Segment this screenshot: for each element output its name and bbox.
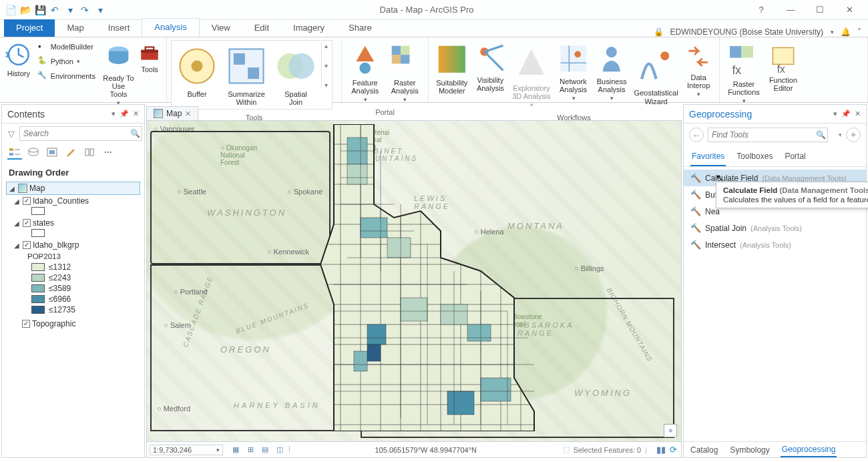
coordinates-display[interactable]: 105.0651579°W 48.9947704°N (294, 446, 558, 454)
bottom-tab-symbology[interactable]: Symbology (728, 443, 771, 457)
function-editor-button[interactable]: fx Function Editor (765, 40, 801, 93)
feature-analysis-button[interactable]: Feature Analysis▾ (346, 40, 385, 104)
spatial-join-button[interactable]: Spatial Join (272, 42, 320, 107)
help-icon[interactable]: ? (752, 5, 771, 15)
summarize-within-button[interactable]: Summarize Within (222, 42, 270, 107)
open-project-icon[interactable]: 📂 (20, 5, 31, 15)
ready-to-use-button[interactable]: Ready To Use Tools ▾ (101, 40, 136, 107)
exploratory-3d-button[interactable]: Exploratory 3D Analysis▾ (509, 40, 554, 109)
legend-item[interactable]: ≤6966 (6, 294, 140, 304)
redo-icon[interactable]: ↷ (79, 5, 90, 15)
list-by-drawing-order-icon[interactable] (7, 146, 22, 160)
list-by-source-icon[interactable] (26, 146, 41, 160)
user-drop-icon[interactable]: ▾ (831, 29, 834, 35)
close-icon[interactable]: ✕ (840, 5, 859, 15)
toc-map-frame[interactable]: ◢ Map (6, 182, 140, 195)
pause-icon[interactable]: ▮▮ (656, 445, 666, 455)
close-pane-icon[interactable]: ✕ (133, 109, 139, 118)
collapse-icon[interactable]: ◢ (14, 198, 21, 205)
snap-icon[interactable]: ⊞ (244, 445, 256, 455)
visibility-analysis-button[interactable]: Visibility Analysis (473, 40, 509, 93)
more-views-icon[interactable]: ⋯ (101, 146, 116, 160)
tab-share[interactable]: Share (337, 19, 384, 37)
list-by-editing-icon[interactable] (63, 146, 78, 160)
tools-button[interactable]: Tools (137, 40, 162, 75)
bottom-tab-catalog[interactable]: Catalog (689, 443, 719, 457)
constraints-icon[interactable]: ◫ (274, 445, 286, 455)
collapse-icon[interactable]: ◢ (14, 220, 21, 227)
favorite-tool[interactable]: 🔨Spatial Join (Analysis Tools) (684, 220, 866, 236)
search-options-icon[interactable]: ▾ (839, 132, 842, 138)
close-tab-icon[interactable]: ✕ (185, 109, 191, 118)
legend-item[interactable]: ≤3589 (6, 283, 140, 294)
tab-imagery[interactable]: Imagery (281, 19, 337, 37)
tab-project[interactable]: Project (4, 19, 55, 37)
business-analysis-button[interactable]: Business Analysis▾ (593, 40, 630, 103)
tab-edit[interactable]: Edit (242, 19, 281, 37)
layer-topographic[interactable]: ✓ Topographic (6, 318, 140, 330)
buffer-button[interactable]: Buffer (173, 42, 221, 99)
undo-icon[interactable]: ↶ (49, 5, 60, 15)
python-button[interactable]: 🐍Python▾ (35, 55, 100, 68)
filter-icon[interactable]: ▽ (6, 129, 17, 139)
data-interop-button[interactable]: Data Interop▾ (682, 40, 715, 99)
collapse-icon[interactable]: ◢ (14, 242, 21, 249)
geostatistical-wizard-button[interactable]: Geostatistical Wizard (632, 40, 680, 107)
environments-button[interactable]: 🔧Environments (35, 69, 100, 83)
layer-idaho-counties[interactable]: ◢ ✓ Idaho_Counties (6, 195, 140, 207)
favorite-tool[interactable]: 🔨Intersect (Analysis Tools) (684, 236, 866, 253)
visibility-checkbox[interactable]: ✓ (23, 197, 31, 205)
collapse-icon[interactable]: ◢ (9, 185, 16, 192)
redo-drop-icon[interactable]: ▾ (95, 5, 105, 15)
modelbuilder-button[interactable]: ⬥ModelBuilder (35, 40, 100, 53)
raster-functions-button[interactable]: fx Raster Functions▾ (724, 40, 764, 105)
add-tool-icon[interactable]: ＋ (846, 128, 861, 142)
collapse-ribbon-icon[interactable]: ˄ (857, 27, 861, 37)
list-by-selection-icon[interactable] (45, 146, 59, 160)
find-tools-input[interactable] (708, 128, 828, 142)
options-icon[interactable]: ▾ (833, 109, 837, 118)
scale-input[interactable]: 1:9,730,246▾ (150, 445, 223, 455)
undo-drop-icon[interactable]: ▾ (65, 5, 75, 15)
tab-view[interactable]: View (200, 19, 242, 37)
options-icon[interactable]: ▾ (112, 109, 116, 118)
gallery-up-icon[interactable]: ▴ (324, 42, 328, 49)
selected-features-label[interactable]: Selected Features: 0 (574, 446, 642, 454)
layer-states[interactable]: ◢ ✓ states (6, 217, 140, 229)
bottom-tab-geoprocessing[interactable]: Geoprocessing (781, 443, 837, 457)
list-by-snapping-icon[interactable] (82, 146, 97, 160)
history-button[interactable]: History (4, 40, 33, 79)
layer-idaho-blkgrp[interactable]: ◢ ✓ Idaho_blkgrp (6, 239, 140, 251)
tab-map[interactable]: Map (55, 19, 95, 37)
pause-drawing-icon[interactable]: ▦ (230, 445, 242, 455)
visibility-checkbox[interactable]: ✓ (22, 320, 30, 328)
gallery-more-icon[interactable]: ▾ (324, 81, 328, 89)
grid-icon[interactable]: ▤ (259, 445, 271, 455)
legend-item[interactable]: ≤1312 (6, 262, 140, 272)
save-icon[interactable]: 💾 (35, 5, 45, 15)
maximize-icon[interactable]: ☐ (811, 5, 829, 15)
notifications-icon[interactable]: 🔔 (841, 27, 851, 37)
map-view-tab[interactable]: Map ✕ (146, 106, 198, 120)
visibility-checkbox[interactable]: ✓ (23, 219, 31, 227)
minimize-icon[interactable]: — (781, 5, 800, 15)
close-pane-icon[interactable]: ✕ (855, 109, 861, 118)
new-project-icon[interactable]: 📄 (5, 5, 16, 15)
tab-analysis[interactable]: Analysis (142, 18, 199, 37)
suitability-modeler-button[interactable]: Suitability Modeler (433, 40, 471, 96)
gp-tab-favorites[interactable]: Favorites (690, 149, 726, 166)
legend-item[interactable]: ≤12735 (6, 304, 140, 315)
back-icon[interactable]: ← (689, 128, 704, 142)
gallery-down-icon[interactable]: ▾ (324, 62, 328, 69)
navigator-icon[interactable]: ⌖ (664, 424, 677, 437)
network-analysis-button[interactable]: Network Analysis▾ (555, 40, 592, 103)
map-canvas[interactable]: WASHINGTON OREGON MONTANA WYOMING LEWIS … (146, 120, 682, 442)
symbol-swatch[interactable] (31, 207, 45, 215)
visibility-checkbox[interactable]: ✓ (23, 241, 31, 249)
refresh-icon[interactable]: ⟳ (670, 445, 677, 455)
symbol-swatch[interactable] (31, 229, 45, 237)
raster-analysis-button[interactable]: Raster Analysis▾ (386, 40, 425, 104)
gp-tab-portal[interactable]: Portal (783, 149, 807, 166)
pin-icon[interactable]: 📌 (120, 109, 129, 118)
tab-insert[interactable]: Insert (96, 19, 142, 37)
